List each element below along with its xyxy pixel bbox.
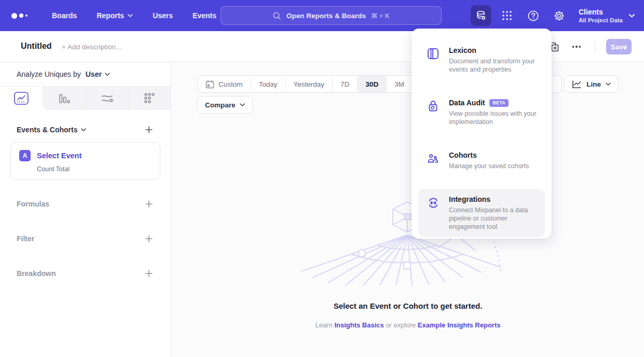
menu-item-lexicon[interactable]: Lexicon Document and transform your even… xyxy=(418,40,545,80)
insights-basics-link[interactable]: Insights Basics xyxy=(334,321,383,329)
example-reports-link[interactable]: Example Insights Reports xyxy=(418,321,501,329)
count-total-label[interactable]: Count Total xyxy=(37,166,152,173)
nav-item-users[interactable]: Users xyxy=(153,11,173,20)
flow-tab-icon xyxy=(100,92,114,105)
menu-item-integrations[interactable]: Integrations Connect Mixpanel to a data … xyxy=(418,189,545,237)
empty-state: Select an Event or Cohort to get started… xyxy=(172,301,644,329)
report-canvas: Custom Today Yesterday 7D 30D 3M 6M Comp… xyxy=(172,63,644,357)
range-label: Custom xyxy=(218,80,243,88)
mixpanel-logo-icon[interactable] xyxy=(11,13,35,19)
line-chart-icon xyxy=(572,80,582,89)
events-cohorts-header[interactable]: Events & Cohorts xyxy=(17,126,86,134)
tab-bar-chart[interactable] xyxy=(43,87,85,110)
event-letter-badge: A xyxy=(19,150,31,161)
menu-item-title: Integrations xyxy=(449,195,490,203)
learn-text: Learn xyxy=(316,321,333,329)
nav-item-reports[interactable]: Reports xyxy=(97,11,133,20)
project-scope: All Project Data xyxy=(579,17,623,24)
help-button[interactable] xyxy=(523,5,543,26)
menu-item-description: View possible issues with your implement… xyxy=(449,109,537,126)
query-builder-sidebar: Analyze Uniques by User xyxy=(0,62,171,357)
range-30d[interactable]: 30D xyxy=(357,76,386,92)
analyze-uniques-row: Analyze Uniques by User xyxy=(0,62,171,87)
more-options-button[interactable] xyxy=(570,44,583,50)
chevron-down-icon xyxy=(128,14,133,17)
report-title[interactable]: Untitled xyxy=(21,42,52,51)
date-range-toolbar: Custom Today Yesterday 7D 30D 3M 6M xyxy=(197,75,439,93)
chart-type-label: Line xyxy=(586,80,601,88)
add-event-button[interactable] xyxy=(144,125,154,135)
nav-label: Events xyxy=(193,11,216,20)
add-formula-button[interactable] xyxy=(144,199,154,209)
range-7d[interactable]: 7D xyxy=(332,76,357,92)
menu-item-description: Manage your saved cohorts xyxy=(449,162,529,170)
nav-item-events[interactable]: Events xyxy=(193,11,216,20)
range-custom[interactable]: Custom xyxy=(198,76,251,92)
empty-state-links: Learn Insights Basics or explore Example… xyxy=(172,321,644,329)
menu-item-cohorts[interactable]: Cohorts Manage your saved cohorts xyxy=(418,145,545,176)
range-label: Today xyxy=(259,80,278,88)
project-selector[interactable]: Clients All Project Data xyxy=(579,8,635,24)
range-3m[interactable]: 3M xyxy=(386,76,412,92)
filter-section: Filter xyxy=(0,234,171,244)
chart-type-button[interactable]: Line xyxy=(564,75,619,93)
menu-item-data-audit[interactable]: Data Audit BETA View possible issues wit… xyxy=(418,92,545,132)
cohorts-icon xyxy=(427,151,440,170)
line-chart-tab-icon xyxy=(14,92,29,105)
chevron-down-icon xyxy=(606,83,611,86)
integrations-icon xyxy=(427,195,440,231)
compare-label: Compare xyxy=(205,101,236,109)
settings-button[interactable] xyxy=(549,5,569,26)
save-button[interactable]: Save xyxy=(606,39,632,54)
range-label: 3M xyxy=(394,80,404,88)
chevron-down-icon xyxy=(105,73,110,76)
events-cohorts-label: Events & Cohorts xyxy=(17,126,77,134)
add-breakdown-button[interactable] xyxy=(144,268,154,279)
tab-flow[interactable] xyxy=(86,87,128,110)
menu-item-title: Lexicon xyxy=(449,46,476,54)
chevron-down-icon xyxy=(81,128,86,131)
select-event-card[interactable]: A Select Event Count Total xyxy=(10,142,160,180)
divider xyxy=(594,40,595,53)
plus-icon xyxy=(145,235,153,242)
range-today[interactable]: Today xyxy=(251,76,285,92)
database-gear-icon xyxy=(475,9,487,22)
data-management-button[interactable] xyxy=(471,5,491,26)
plus-icon xyxy=(145,270,153,277)
apps-grid-button[interactable] xyxy=(497,5,517,26)
select-event-label[interactable]: Select Event xyxy=(37,152,81,160)
events-cohorts-section: Events & Cohorts xyxy=(0,125,171,135)
apps-grid-icon xyxy=(501,10,513,21)
formulas-section: Formulas xyxy=(0,199,171,209)
range-yesterday[interactable]: Yesterday xyxy=(285,76,333,92)
menu-item-title: Data Audit xyxy=(449,99,485,107)
data-audit-icon xyxy=(427,99,440,126)
chart-category-tabs xyxy=(0,87,171,110)
compare-button[interactable]: Compare xyxy=(197,96,253,114)
analyze-value-dropdown[interactable]: User xyxy=(86,70,102,78)
tab-retention[interactable] xyxy=(128,87,171,110)
range-label: 30D xyxy=(365,80,378,88)
menu-item-description: Document and transform your events and p… xyxy=(449,57,537,74)
explore-text: or explore xyxy=(386,321,416,329)
filter-label: Filter xyxy=(17,235,34,243)
add-description-field[interactable]: + Add description... xyxy=(62,43,121,51)
tools-dropdown-menu: Lexicon Document and transform your even… xyxy=(412,29,552,239)
date-range-segmented-control: Custom Today Yesterday 7D 30D 3M 6M xyxy=(197,75,439,93)
search-input[interactable]: Open Reports & Boards ⌘ + K xyxy=(221,6,442,25)
plus-icon xyxy=(145,126,153,133)
chevron-down-icon xyxy=(629,14,635,18)
tab-insights[interactable] xyxy=(0,87,43,110)
top-nav: Boards Reports Users Events Open Reports… xyxy=(0,0,644,31)
gear-icon xyxy=(553,10,565,22)
range-label: Yesterday xyxy=(294,80,325,88)
add-filter-button[interactable] xyxy=(144,234,154,244)
nav-label: Boards xyxy=(52,11,77,20)
search-icon xyxy=(272,11,281,20)
analyze-label: Analyze Uniques by xyxy=(17,70,81,78)
menu-item-description: Connect Mixpanel to a data pipeline or c… xyxy=(449,206,537,231)
chevron-down-icon xyxy=(240,103,245,106)
formulas-label: Formulas xyxy=(17,200,49,208)
nav-item-boards[interactable]: Boards xyxy=(52,11,77,20)
breakdown-section: Breakdown xyxy=(0,268,171,279)
